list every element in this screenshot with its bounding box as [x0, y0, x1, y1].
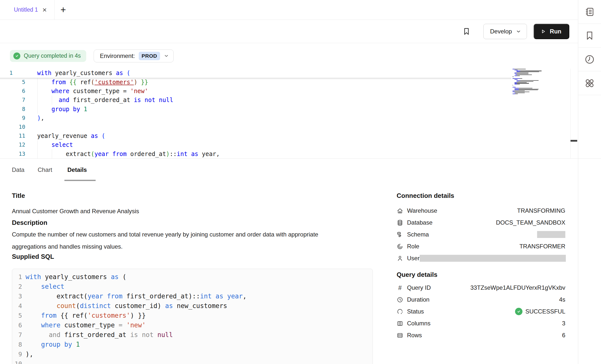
detail-row: Duration4s — [397, 294, 565, 306]
tab-data[interactable]: Data — [12, 158, 25, 181]
play-icon — [540, 28, 546, 35]
develop-dropdown[interactable]: Develop — [483, 24, 527, 39]
line-number: 9 — [12, 349, 22, 359]
supplied-sql-heading: Supplied SQL — [12, 253, 54, 260]
code-line: 3 extract(year from first_ordered_at)::i… — [12, 291, 373, 301]
tab-label: Untitled 1 — [14, 6, 38, 13]
line-number: 11 — [0, 131, 25, 140]
line-number: 7 — [0, 96, 25, 104]
run-button[interactable]: Run — [534, 24, 569, 39]
detail-value — [420, 255, 566, 262]
code-line: 7 and first_ordered_at is not null — [0, 96, 578, 104]
sidebar-button-dbt-knot[interactable] — [578, 71, 601, 95]
detail-row: StatusSUCCESSFUL — [397, 306, 565, 317]
code-line: 4 count(distinct customer_id) as new_cus… — [12, 301, 373, 311]
sidebar-button-bookmark[interactable] — [578, 24, 601, 48]
line-number: 4 — [12, 301, 22, 311]
detail-value: 3 — [562, 320, 565, 327]
indent-guide — [37, 78, 38, 114]
status-spinner-icon — [397, 308, 403, 315]
editor-lines: 5 from {{ ref('customers') }}6 where cus… — [0, 78, 578, 158]
bookmark-icon — [584, 30, 595, 41]
line-number: 10 — [0, 123, 25, 131]
chevron-down-icon — [516, 29, 521, 34]
supplied-sql-block: 1with yearly_customers as (2 select3 ext… — [12, 269, 373, 364]
title-heading: Title — [12, 192, 25, 200]
line-number: 12 — [0, 140, 25, 149]
code-line: 2 select — [12, 282, 373, 291]
chevron-down-icon — [164, 53, 169, 58]
icon-sidebar — [578, 0, 601, 364]
bookmark-icon[interactable] — [462, 27, 471, 36]
tab-chart[interactable]: Chart — [38, 158, 52, 181]
detail-label: Warehouse — [407, 207, 437, 214]
query-details-heading: Query details — [397, 271, 437, 279]
line-number: 10 — [12, 359, 22, 364]
sidebar-button-history-clock[interactable] — [578, 48, 601, 71]
ref-link[interactable]: 'customers' — [94, 79, 134, 86]
rows-icon — [397, 332, 403, 339]
environment-label: Environment: — [100, 52, 135, 59]
detail-value: 6 — [562, 332, 565, 339]
line-number: 8 — [12, 340, 22, 349]
history-clock-icon — [584, 54, 595, 65]
line-number: 1 — [9, 69, 17, 78]
redacted-value — [420, 255, 566, 262]
line-number: 8 — [0, 105, 25, 114]
line-number: 9 — [0, 114, 25, 123]
code-line: 11yearly_revenue as ( — [0, 131, 578, 140]
detail-row: #Query ID33TZseWpe1ALFDUYerxR1gVKxbv — [397, 282, 565, 294]
toolbar: Develop Run — [0, 20, 578, 43]
description-heading: Description — [12, 219, 47, 227]
close-icon[interactable]: × — [42, 6, 47, 14]
run-label: Run — [550, 28, 561, 35]
scrollbar-track — [570, 69, 571, 158]
warehouse-icon — [397, 208, 403, 214]
user-icon — [397, 255, 403, 262]
line-number: 3 — [12, 291, 22, 301]
detail-row: DatabaseDOCS_TEAM_SANDBOX — [397, 217, 565, 229]
line-number: 2 — [12, 282, 22, 291]
sidebar-button-notebook[interactable] — [578, 0, 601, 24]
details-panel: Title Annual Customer Growth and Revenue… — [0, 181, 578, 364]
detail-row: WarehouseTRANSFORMING — [397, 205, 565, 217]
line-number: 6 — [12, 320, 22, 330]
code-line: 6 where customer_type = 'new' — [12, 320, 373, 330]
code-line: 12 select — [0, 140, 578, 149]
code-line: 1with yearly_customers as ( — [12, 272, 373, 282]
detail-value: 33TZseWpe1ALFDUYerxR1gVKxbv — [470, 284, 565, 291]
code-line: 10 — [0, 123, 578, 131]
check-circle-icon — [13, 52, 20, 59]
scrollbar-thumb[interactable] — [571, 140, 577, 142]
new-tab-button[interactable]: + — [55, 0, 66, 20]
database-icon — [397, 219, 403, 226]
code-line: 6 where customer_type = 'new' — [0, 87, 578, 96]
query-status-pill: Query completed in 4s — [10, 50, 86, 62]
role-icon — [397, 243, 403, 250]
detail-row: Rows6 — [397, 329, 565, 341]
tab-bar: Untitled 1 × + — [0, 0, 578, 20]
check-circle-icon — [515, 308, 522, 315]
hash-icon: # — [397, 285, 403, 291]
detail-label: Status — [407, 308, 424, 315]
line-number: 6 — [0, 87, 25, 96]
status-bar: Query completed in 4s Environment: PROD — [0, 43, 578, 69]
notebook-icon — [584, 6, 595, 17]
environment-value-chip: PROD — [139, 52, 160, 60]
connection-details-heading: Connection details — [397, 192, 454, 200]
detail-row: Schema — [397, 229, 565, 240]
tab-untitled-1[interactable]: Untitled 1 × — [0, 0, 55, 20]
sticky-line: 1with yearly_customers as ( — [0, 69, 511, 78]
minimap[interactable] — [513, 69, 542, 95]
environment-dropdown[interactable]: Environment: PROD — [94, 50, 174, 62]
detail-row: Columns3 — [397, 317, 565, 329]
develop-label: Develop — [490, 28, 512, 35]
query-rows: #Query ID33TZseWpe1ALFDUYerxR1gVKxbvDura… — [397, 282, 565, 341]
code-line: 9), — [0, 114, 578, 123]
detail-label: Duration — [407, 296, 430, 303]
detail-value — [537, 231, 565, 238]
redacted-value — [537, 231, 565, 238]
sql-editor[interactable]: 1with yearly_customers as ( 5 from {{ re… — [0, 69, 578, 158]
tab-details[interactable]: Details — [67, 158, 87, 181]
dbt-knot-icon — [584, 78, 595, 89]
